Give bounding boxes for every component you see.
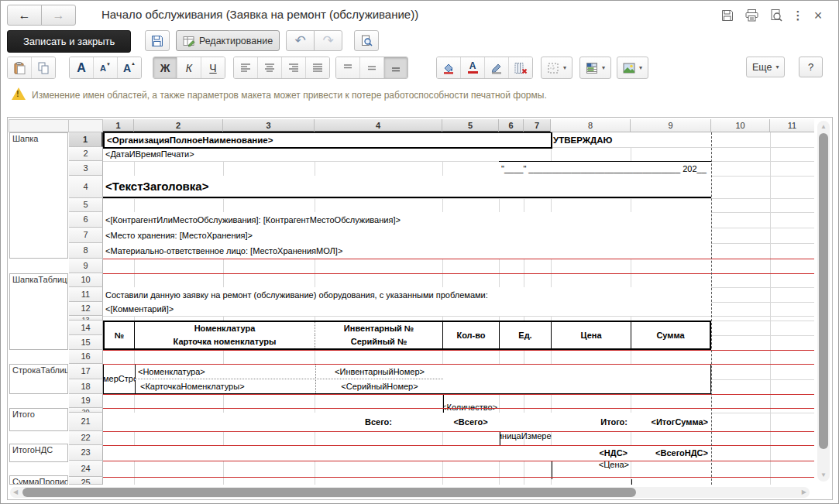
column-header-2[interactable]: 2: [134, 119, 223, 132]
increase-font-size-button[interactable]: А▲: [117, 57, 141, 78]
column-header-6[interactable]: 6: [499, 119, 524, 132]
cell-total-itogo-label[interactable]: Итого:: [551, 413, 631, 431]
row-header-14[interactable]: 14: [69, 321, 103, 335]
column-header-7[interactable]: 7: [524, 119, 551, 132]
row-header-11[interactable]: 11: [69, 287, 103, 302]
row-header-6[interactable]: 6: [69, 212, 103, 228]
scroll-down-arrow[interactable]: ▼: [820, 472, 827, 478]
row-header-10[interactable]: 10: [69, 273, 103, 287]
cell-counterparty[interactable]: <[КонтрагентИлиМестоОбслуживания]: [Конт…: [103, 212, 711, 228]
horizontal-scrollbar-thumb[interactable]: [22, 488, 636, 497]
print-preview-button[interactable]: [354, 30, 379, 51]
row-header-22[interactable]: 22: [69, 431, 103, 445]
cell-th-serial[interactable]: Серийный №: [315, 335, 442, 348]
horizontal-scrollbar[interactable]: ◀ ▶: [10, 487, 810, 498]
valign-center-button[interactable]: [359, 57, 383, 78]
align-left-button[interactable]: [234, 57, 257, 78]
cell-th-sum[interactable]: Сумма: [631, 322, 710, 348]
row-header-5[interactable]: 5: [69, 198, 103, 212]
print-button[interactable]: [741, 6, 762, 25]
area-label-total-vat[interactable]: ИтогоНДС: [9, 444, 68, 462]
row-header-7[interactable]: 7: [69, 228, 103, 243]
cell-tr-row-no[interactable]: <НомерСтроки>: [104, 365, 135, 393]
area-label-header[interactable]: Шапка: [9, 132, 68, 259]
row-header-17[interactable]: 17: [69, 364, 103, 379]
edit-mode-button[interactable]: Редактирование: [176, 30, 280, 51]
cell-doc-title[interactable]: <ТекстЗаголовка>: [103, 176, 711, 198]
row-header-9[interactable]: 9: [69, 259, 103, 273]
cell-total-vsego-value[interactable]: <Всего>: [442, 413, 499, 431]
cell-th-unit[interactable]: Ед.: [499, 322, 551, 348]
row-header-19[interactable]: 19: [69, 394, 103, 408]
row-header-23[interactable]: 23: [69, 445, 103, 461]
scroll-right-arrow[interactable]: ▶: [802, 489, 806, 495]
area-label-amount-in-words[interactable]: СуммаПрописью: [9, 475, 68, 485]
more-menu-button[interactable]: ⋮: [788, 6, 808, 25]
column-header-9[interactable]: 9: [631, 119, 711, 132]
italic-button[interactable]: К: [177, 57, 201, 78]
scroll-up-arrow[interactable]: ▲: [820, 124, 827, 130]
forward-button[interactable]: →: [41, 5, 76, 26]
redo-button[interactable]: ↷: [314, 30, 342, 51]
cell-total-itogo-value[interactable]: <ИтогСумма>: [631, 413, 710, 431]
undo-button[interactable]: ↶: [286, 30, 315, 51]
column-header-1[interactable]: 1: [103, 119, 134, 132]
paste-button[interactable]: [8, 57, 31, 78]
cell-comment[interactable]: <[Комментарий]>: [103, 302, 711, 316]
cell-request-sentence[interactable]: Составили данную заявку на ремонт (обслу…: [103, 287, 711, 302]
area-label-total[interactable]: Итого: [9, 408, 68, 431]
cell-tr-sum[interactable]: <Сумма>: [631, 479, 710, 485]
select-all-corner[interactable]: [68, 119, 103, 132]
row-header-2[interactable]: 2: [69, 147, 103, 161]
decrease-font-size-button[interactable]: А▼: [93, 57, 117, 78]
cell-vat-value[interactable]: <НДС>: [551, 445, 631, 461]
align-justify-button[interactable]: [305, 57, 329, 78]
cell-th-nomenclature-card[interactable]: Карточка номенклатуры: [134, 335, 315, 348]
row-header-16[interactable]: 16: [69, 350, 103, 364]
cell-print-datetime[interactable]: <ДатаИВремяПечати>: [103, 147, 551, 161]
cell-vat-total-value[interactable]: <ВсегоНДС>: [631, 445, 710, 461]
column-header-8[interactable]: 8: [551, 119, 631, 132]
cell-responsible[interactable]: <Материально-ответственное лицо: [МестоХ…: [103, 243, 711, 259]
help-button[interactable]: ?: [799, 57, 823, 77]
fill-color-button[interactable]: [437, 57, 460, 78]
cell-tr-nomenclature[interactable]: <Номенклатура>: [135, 365, 315, 379]
save-button[interactable]: [145, 30, 170, 51]
picture-dropdown[interactable]: ▾: [617, 57, 648, 79]
text-color-button[interactable]: А: [460, 57, 484, 78]
column-header-3[interactable]: 3: [223, 119, 315, 132]
cell-th-price[interactable]: Цена: [551, 322, 631, 348]
cell-storage[interactable]: <Место хранения: [МестоХранения]>: [103, 228, 711, 243]
area-label-table-row[interactable]: СтрокаТаблицы: [9, 364, 68, 394]
cell-th-qty[interactable]: Кол-во: [442, 322, 499, 348]
close-button[interactable]: ×: [808, 6, 828, 25]
cell-tr-serial[interactable]: <СерийныйНомер>: [315, 380, 443, 393]
cell-th-inventory[interactable]: Инвентарный №: [315, 322, 442, 335]
cell-tr-nomenclature-card[interactable]: <КарточкаНоменклатуры>: [135, 380, 315, 393]
cell-th-nomenclature[interactable]: Номенклатура: [134, 322, 315, 335]
scroll-left-arrow[interactable]: ◀: [13, 489, 18, 495]
back-button[interactable]: ←: [7, 5, 42, 26]
border-color-button[interactable]: [484, 57, 508, 78]
row-header-24[interactable]: 24: [69, 461, 103, 477]
clear-formatting-button[interactable]: [508, 57, 532, 78]
vertical-scrollbar-thumb[interactable]: [819, 133, 828, 449]
cell-date-blank[interactable]: "____" ________________________________ …: [499, 161, 711, 176]
underline-button[interactable]: Ч: [201, 57, 225, 78]
row-header-3[interactable]: 3: [69, 161, 103, 176]
valign-top-button[interactable]: [336, 57, 359, 78]
more-actions-button[interactable]: Еще ▾: [746, 57, 785, 77]
font-button[interactable]: А: [70, 57, 93, 78]
column-header-11[interactable]: 11: [770, 119, 814, 132]
copy-button[interactable]: [31, 57, 55, 78]
column-header-5[interactable]: 5: [442, 119, 499, 132]
save-button-titlebar[interactable]: [717, 6, 738, 25]
grid-body[interactable]: <ДатаИВремяПечати> УТВЕРЖДАЮ "____" ____…: [103, 132, 814, 485]
save-and-close-button[interactable]: Записать и закрыть: [7, 30, 131, 53]
row-header-4[interactable]: 4: [69, 176, 103, 198]
row-header-25[interactable]: 25: [69, 477, 103, 485]
row-header-18[interactable]: 18: [69, 379, 103, 394]
cell-tr-inventory[interactable]: <ИнвентарныйНомер>: [315, 365, 443, 379]
row-header-8[interactable]: 8: [69, 243, 103, 259]
column-header-4[interactable]: 4: [315, 119, 442, 132]
